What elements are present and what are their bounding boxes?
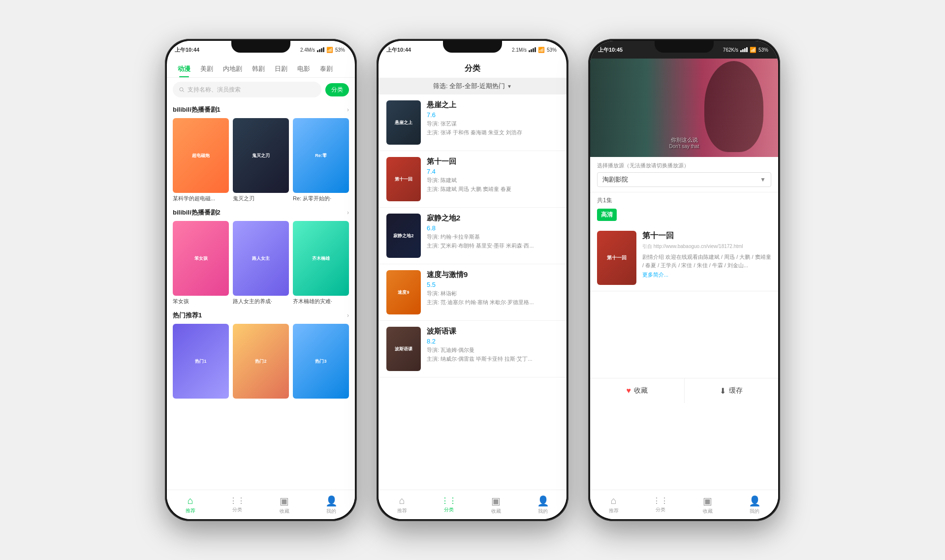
movie-rating-2: 7.4 — [427, 168, 559, 175]
card-row-1: 超电磁炮 某科学的超电磁... 鬼灭之刃 鬼灭之刃 — [173, 118, 349, 202]
source-name-3: 淘剧影院 — [602, 175, 628, 184]
status-time-2: 上午10:44 — [386, 46, 411, 54]
subtitle-en: Don't say that — [669, 144, 699, 149]
movie-item-4[interactable]: 速度9 速度与激情9 5.5 导演: 林诣彬 主演: 范·迪塞尔 约翰·塞纳 米… — [378, 264, 567, 321]
section-more-3[interactable]: › — [347, 312, 349, 319]
movie-item-2[interactable]: 第十一回 第十一回 7.4 导演: 陈建斌 主演: 陈建斌 周迅 大鹏 窦靖童 … — [378, 151, 567, 208]
signal-2 — [529, 47, 536, 52]
nav-cat-2[interactable]: ⋮⋮ 分类 — [426, 490, 473, 519]
source-dropdown-3[interactable]: 淘剧影院 ▼ — [597, 172, 771, 187]
nav-label-my-1: 我的 — [326, 508, 336, 515]
anime-thumb-3: Re:零 — [293, 118, 349, 193]
movie-list-2[interactable]: 悬崖之上 悬崖之上 7.6 导演: 张艺谋 主演: 张译 于和伟 秦海璐 朱亚文… — [378, 94, 567, 490]
collect-btn-3[interactable]: ♥ 收藏 — [590, 378, 685, 403]
anime-card-1[interactable]: 超电磁炮 某科学的超电磁... — [173, 118, 229, 202]
search-icon-1 — [179, 87, 185, 93]
tab-us[interactable]: 美剧 — [195, 61, 218, 77]
anime-label-2: 鬼灭之刃 — [233, 195, 289, 202]
movie-item-5[interactable]: 波斯语课 波斯语课 8.2 导演: 瓦迪姆·偶尔曼 主演: 纳威尔·偶雷兹 毕斯… — [378, 321, 567, 377]
my-icon-2: 👤 — [537, 495, 549, 507]
source-label-3: 选择播放源（无法播放请切换播放源） — [597, 162, 771, 169]
battery-3: 53% — [758, 47, 768, 53]
movie-item-1[interactable]: 悬崖之上 悬崖之上 7.6 导演: 张艺谋 主演: 张译 于和伟 秦海璐 朱亚文… — [378, 94, 567, 151]
section-more-1[interactable]: › — [347, 106, 349, 113]
nav-label-cat-3: 分类 — [656, 506, 665, 513]
bottom-nav-1: ⌂ 推荐 ⋮⋮ 分类 ▣ 收藏 👤 我的 — [167, 490, 355, 519]
tab-jp[interactable]: 日剧 — [270, 61, 292, 77]
phone-1: 上午10:44 2.4M/s 📶 53% 动漫 美剧 内地剧 韩剧 日剧 电影 … — [165, 39, 357, 521]
nav-fav-1[interactable]: ▣ 收藏 — [261, 490, 308, 519]
tab-kr[interactable]: 韩剧 — [247, 61, 270, 77]
video-player-3[interactable]: 你别这么说 Don't say that — [590, 59, 778, 157]
anime-card-7[interactable]: 热门1 — [173, 324, 229, 399]
anime-img-9: 热门3 — [293, 324, 349, 399]
anime-thumb-2: 鬼灭之刃 — [233, 118, 289, 193]
nav-my-3[interactable]: 👤 我的 — [731, 490, 779, 519]
anime-img-7: 热门1 — [173, 324, 229, 399]
movie-poster-1: 悬崖之上 — [386, 100, 421, 145]
movie-director-2: 导演: 陈建斌 — [427, 177, 559, 184]
anime-card-4[interactable]: 笨女孩 笨女孩 — [173, 221, 229, 305]
card-row-2: 笨女孩 笨女孩 路人女主 路人女主的养成· — [173, 221, 349, 305]
bottom-nav-3: ⌂ 推荐 ⋮⋮ 分类 ▣ 收藏 👤 我的 — [590, 490, 778, 519]
my-icon-1: 👤 — [325, 495, 338, 507]
hd-badge-3[interactable]: 高清 — [597, 209, 617, 221]
screen-1: 上午10:44 2.4M/s 📶 53% 动漫 美剧 内地剧 韩剧 日剧 电影 … — [167, 41, 355, 519]
filter-bar-2[interactable]: 筛选: 全部-全部-近期热门 ▼ — [378, 78, 567, 94]
classify-btn-1[interactable]: 分类 — [325, 83, 349, 96]
nav-my-1[interactable]: 👤 我的 — [308, 490, 355, 519]
movie-detail-card-3[interactable]: 第十一回 第十一回 引自 http://www.babaoguo.cn/view… — [590, 225, 778, 291]
anime-label-4: 笨女孩 — [173, 298, 229, 305]
nav-cat-1[interactable]: ⋮⋮ 分类 — [214, 490, 261, 519]
nav-cat-3[interactable]: ⋮⋮ 分类 — [637, 490, 685, 519]
movie-detail-url-3: 引自 http://www.babaoguo.cn/view/18172.htm… — [642, 243, 771, 250]
action-bar-3: ♥ 收藏 ⬇ 缓存 — [590, 378, 778, 403]
fav-icon-2: ▣ — [491, 495, 501, 507]
anime-thumb-8: 热门2 — [233, 324, 289, 399]
anime-card-8[interactable]: 热门2 — [233, 324, 289, 399]
nav-fav-2[interactable]: ▣ 收藏 — [472, 490, 520, 519]
anime-card-3[interactable]: Re:零 Re: 从零开始的· — [293, 118, 349, 202]
wifi-icon-3: 📶 — [750, 47, 756, 53]
search-input-1[interactable]: 支持名称、演员搜索 — [173, 82, 321, 97]
anime-img-1: 超电磁炮 — [173, 118, 229, 193]
nav-label-my-3: 我的 — [750, 508, 759, 515]
tab-movie[interactable]: 电影 — [292, 61, 315, 77]
movie-director-3: 导演: 约翰·卡拉辛斯基 — [427, 233, 559, 241]
power-btn-3[interactable] — [780, 206, 780, 226]
nav-home-1[interactable]: ⌂ 推荐 — [167, 490, 214, 519]
movie-rating-4: 5.5 — [427, 281, 559, 288]
tab-thai[interactable]: 泰剧 — [315, 61, 338, 77]
nav-fav-3[interactable]: ▣ 收藏 — [684, 490, 731, 519]
anime-label-1: 某科学的超电磁... — [173, 195, 229, 202]
nav-home-3[interactable]: ⌂ 推荐 — [590, 490, 637, 519]
cache-btn-3[interactable]: ⬇ 缓存 — [685, 378, 779, 403]
player-controls-3: 选择播放源（无法播放请切换播放源） 淘剧影院 ▼ — [590, 157, 778, 192]
anime-card-9[interactable]: 热门3 — [293, 324, 349, 399]
section-title-3: 热门推荐1 — [173, 311, 202, 320]
anime-card-6[interactable]: 齐木楠雄 齐木楠雄的灾难· — [293, 221, 349, 305]
movie-info-3: 寂静之地2 6.8 导演: 约翰·卡拉辛斯基 主演: 艾米莉·布朗特 基里安·墨… — [427, 214, 559, 258]
anime-card-5[interactable]: 路人女主 路人女主的养成· — [233, 221, 289, 305]
anime-card-2[interactable]: 鬼灭之刃 鬼灭之刃 — [233, 118, 289, 202]
movie-info-2: 第十一回 7.4 导演: 陈建斌 主演: 陈建斌 周迅 大鹏 窦靖童 春夏 — [427, 157, 559, 201]
movie-cast-2: 主演: 陈建斌 周迅 大鹏 窦靖童 春夏 — [427, 186, 559, 193]
movie-title-3: 寂静之地2 — [427, 214, 559, 223]
anime-img-6: 齐木楠雄 — [293, 221, 349, 296]
more-link-3[interactable]: 更多简介... — [642, 271, 771, 279]
movie-title-1: 悬崖之上 — [427, 100, 559, 110]
section-more-2[interactable]: › — [347, 209, 349, 216]
nav-home-2[interactable]: ⌂ 推荐 — [378, 490, 426, 519]
tab-cn[interactable]: 内地剧 — [218, 61, 247, 77]
movie-cast-1: 主演: 张译 于和伟 秦海璐 朱亚文 刘浩存 — [427, 129, 559, 136]
movie-rating-1: 7.6 — [427, 111, 559, 119]
movie-item-3[interactable]: 寂静之地2 寂静之地2 6.8 导演: 约翰·卡拉辛斯基 主演: 艾米莉·布朗特… — [378, 208, 567, 264]
scroll-content-1[interactable]: bilibili热播番剧1 › 超电磁炮 某科学的超电磁... — [167, 101, 355, 490]
nav-my-2[interactable]: 👤 我的 — [520, 490, 567, 519]
section-3: 热门推荐1 › 热门1 热门2 — [167, 307, 355, 401]
movie-detail-title-3: 第十一回 — [642, 231, 771, 241]
tab-anime[interactable]: 动漫 — [173, 61, 195, 77]
signal-3 — [740, 47, 748, 52]
movie-rating-3: 6.8 — [427, 224, 559, 232]
screen-2: 上午10:44 2.1M/s 📶 53% 分类 筛选: 全部-全部-近期热门 ▼ — [378, 41, 567, 519]
